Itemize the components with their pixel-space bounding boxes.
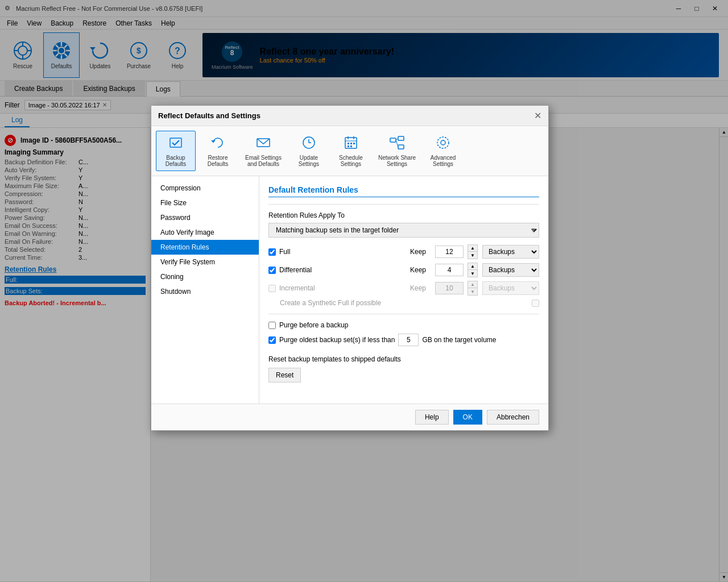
svg-rect-24 bbox=[170, 138, 181, 147]
dialog-btn-schedule-settings-label: ScheduleSettings bbox=[339, 155, 363, 167]
reset-button[interactable]: Reset bbox=[268, 368, 301, 383]
incremental-row: Incremental Keep ▲ ▼ Backups bbox=[268, 281, 539, 296]
full-backups-select[interactable]: Backups bbox=[482, 245, 539, 259]
purge-oldest-text: Purge oldest backup set(s) if less than bbox=[279, 336, 395, 344]
purge-oldest-label[interactable]: Purge oldest backup set(s) if less than bbox=[268, 336, 395, 344]
full-checkbox-label[interactable]: Full bbox=[268, 248, 290, 256]
incremental-keep-spinner: ▲ ▼ bbox=[468, 281, 478, 296]
sidebar-item-retention-rules[interactable]: Retention Rules bbox=[151, 240, 259, 255]
sidebar-item-shutdown[interactable]: Shutdown bbox=[151, 284, 259, 299]
incremental-checkbox[interactable] bbox=[268, 285, 276, 292]
dialog-btn-advanced-settings-label: AdvancedSettings bbox=[431, 155, 456, 167]
full-keep-input[interactable] bbox=[435, 246, 464, 258]
dialog-btn-restore-defaults[interactable]: RestoreDefaults bbox=[198, 131, 238, 171]
svg-rect-34 bbox=[353, 143, 355, 144]
svg-rect-39 bbox=[398, 145, 404, 149]
email-settings-icon bbox=[255, 135, 271, 152]
dialog-help-button[interactable]: Help bbox=[415, 410, 449, 425]
incremental-keep-label: Keep bbox=[410, 284, 426, 292]
purge-oldest-checkbox[interactable] bbox=[268, 336, 276, 344]
retention-apply-label: Retention Rules Apply To bbox=[268, 211, 539, 219]
incremental-keep-input[interactable] bbox=[435, 282, 464, 294]
svg-rect-35 bbox=[348, 146, 349, 147]
dialog-title: Reflect Defaults and Settings bbox=[158, 111, 260, 120]
dialog-btn-network-share[interactable]: Network ShareSettings bbox=[373, 131, 421, 171]
svg-rect-36 bbox=[350, 146, 352, 147]
dialog-cancel-button[interactable]: Abbrechen bbox=[487, 410, 539, 425]
differential-keep-input[interactable] bbox=[435, 264, 464, 276]
purge-gb-label: GB on the target volume bbox=[422, 336, 496, 344]
full-keep-label: Keep bbox=[410, 248, 426, 256]
differential-row: Differential Keep ▲ ▼ Backups bbox=[268, 263, 539, 277]
dialog-btn-advanced-settings[interactable]: AdvancedSettings bbox=[423, 131, 463, 171]
dialog-close-button[interactable]: ✕ bbox=[534, 110, 541, 121]
differential-keep-label: Keep bbox=[410, 266, 426, 274]
network-share-icon bbox=[389, 135, 405, 152]
svg-rect-37 bbox=[390, 138, 396, 142]
synthetic-full-checkbox[interactable] bbox=[532, 300, 539, 307]
dialog-main-panel: Default Retention Rules Retention Rules … bbox=[259, 176, 548, 404]
svg-rect-33 bbox=[350, 143, 352, 144]
synthetic-full-row: Create a Synthetic Full if possible bbox=[280, 299, 539, 307]
purge-before-text: Purge before a backup bbox=[279, 321, 348, 329]
schedule-settings-icon bbox=[343, 135, 359, 152]
sidebar-item-password[interactable]: Password bbox=[151, 210, 259, 225]
dialog-btn-schedule-settings[interactable]: ScheduleSettings bbox=[331, 131, 371, 171]
sidebar-item-verify-file-system[interactable]: Verify File System bbox=[151, 255, 259, 269]
incremental-spinner-down[interactable]: ▼ bbox=[468, 288, 477, 295]
svg-rect-38 bbox=[398, 136, 404, 140]
incremental-backups-select[interactable]: Backups bbox=[482, 281, 539, 295]
sidebar-item-file-size[interactable]: File Size bbox=[151, 196, 259, 210]
svg-point-43 bbox=[437, 137, 449, 148]
incremental-spinner-up[interactable]: ▲ bbox=[468, 281, 477, 288]
synthetic-full-label: Create a Synthetic Full if possible bbox=[280, 299, 528, 307]
dialog-sidebar: Compression File Size Password Auto Veri… bbox=[151, 176, 259, 404]
dialog-btn-backup-defaults-label: BackupDefaults bbox=[166, 155, 187, 167]
purge-oldest-row: Purge oldest backup set(s) if less than … bbox=[268, 334, 539, 346]
dialog-ok-button[interactable]: OK bbox=[453, 410, 482, 425]
differential-checkbox-label[interactable]: Differential bbox=[268, 266, 312, 274]
separator-1 bbox=[268, 204, 539, 205]
dialog-title-bar: Reflect Defaults and Settings ✕ bbox=[151, 106, 548, 126]
sidebar-item-cloning[interactable]: Cloning bbox=[151, 269, 259, 284]
differential-backups-select[interactable]: Backups bbox=[482, 263, 539, 277]
differential-keep-spinner: ▲ ▼ bbox=[468, 263, 478, 277]
svg-point-42 bbox=[441, 140, 445, 145]
restore-defaults-icon bbox=[210, 135, 226, 152]
dialog-btn-update-settings-label: UpdateSettings bbox=[299, 155, 319, 167]
sidebar-item-auto-verify[interactable]: Auto Verify Image bbox=[151, 225, 259, 240]
dialog-body: Compression File Size Password Auto Veri… bbox=[151, 176, 548, 404]
dialog-btn-email-settings-label: Email Settingsand Defaults bbox=[245, 155, 282, 167]
full-keep-spinner: ▲ ▼ bbox=[468, 244, 478, 259]
differential-spinner-down[interactable]: ▼ bbox=[468, 270, 477, 277]
sidebar-item-compression[interactable]: Compression bbox=[151, 181, 259, 196]
dialog-btn-email-settings[interactable]: Email Settingsand Defaults bbox=[240, 131, 287, 171]
incremental-label: Incremental bbox=[279, 284, 315, 292]
differential-checkbox[interactable] bbox=[268, 267, 276, 274]
full-label: Full bbox=[279, 248, 290, 256]
dialog-btn-restore-defaults-label: RestoreDefaults bbox=[208, 155, 229, 167]
full-spinner-up[interactable]: ▲ bbox=[468, 245, 477, 252]
svg-marker-25 bbox=[211, 140, 216, 143]
update-settings-icon bbox=[301, 135, 317, 152]
purge-gb-input[interactable] bbox=[398, 334, 419, 346]
dialog-toolbar: BackupDefaults RestoreDefaults Email Set… bbox=[151, 126, 548, 176]
purge-before-label[interactable]: Purge before a backup bbox=[268, 321, 539, 329]
dialog-btn-network-share-label: Network ShareSettings bbox=[378, 155, 416, 167]
svg-line-41 bbox=[396, 140, 398, 147]
differential-spinner-up[interactable]: ▲ bbox=[468, 263, 477, 270]
dialog-btn-backup-defaults[interactable]: BackupDefaults bbox=[156, 131, 196, 171]
full-checkbox[interactable] bbox=[268, 248, 276, 256]
backup-defaults-icon bbox=[168, 135, 184, 152]
differential-label: Differential bbox=[279, 266, 312, 274]
dialog-btn-update-settings[interactable]: UpdateSettings bbox=[289, 131, 329, 171]
reset-label: Reset backup templates to shipped defaul… bbox=[268, 355, 539, 363]
purge-before-row: Purge before a backup bbox=[268, 321, 539, 329]
dialog-footer: Help OK Abbrechen bbox=[151, 404, 548, 430]
svg-rect-32 bbox=[348, 143, 349, 144]
full-row: Full Keep ▲ ▼ Backups bbox=[268, 244, 539, 259]
incremental-checkbox-label[interactable]: Incremental bbox=[268, 284, 315, 292]
full-spinner-down[interactable]: ▼ bbox=[468, 252, 477, 259]
retention-apply-dropdown[interactable]: Matching backup sets in the target folde… bbox=[268, 223, 539, 238]
purge-before-checkbox[interactable] bbox=[268, 322, 276, 329]
